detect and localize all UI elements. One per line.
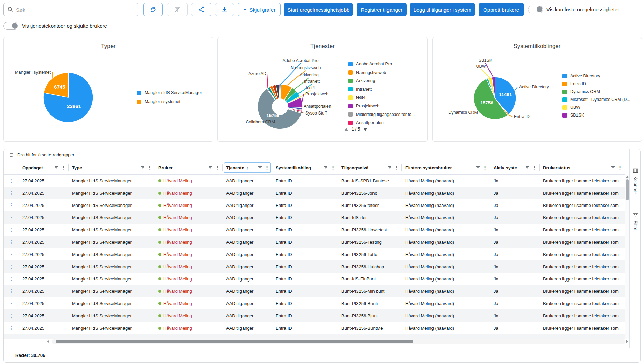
vertical-scrollbar[interactable]	[625, 175, 629, 339]
cell-bruker[interactable]: Håvard Meling	[155, 248, 223, 260]
legend-item[interactable]: Microsoft - Dynamics CRM (D...	[562, 97, 630, 102]
legend-item[interactable]: test4	[348, 95, 365, 100]
row-menu-button[interactable]: ⋮	[4, 175, 19, 187]
show-service-accounts-toggle[interactable]	[3, 22, 18, 30]
legend-page-down-icon[interactable]	[363, 128, 367, 131]
table-row[interactable]: ⋮27.04.2025Mangler i IdS ServiceManagerH…	[4, 199, 625, 211]
column-menu-icon[interactable]: ⋮	[147, 165, 152, 170]
cell-bruker[interactable]: Håvard Meling	[155, 322, 223, 334]
create-users-button[interactable]: Opprett brukere	[479, 3, 524, 16]
table-row[interactable]: ⋮27.04.2025Mangler i IdS ServiceManagerH…	[4, 236, 625, 248]
register-accesses-button[interactable]: Registrer tilganger	[357, 3, 407, 16]
column-menu-icon[interactable]: ⋮	[532, 165, 537, 170]
cell-bruker[interactable]: Håvard Meling	[155, 199, 223, 211]
column-menu-icon[interactable]: ⋮	[61, 165, 66, 170]
table-row[interactable]: ⋮27.04.2025Mangler i IdS ServiceManagerH…	[4, 260, 625, 273]
column-header-oppdaget[interactable]: Oppdaget ⋮	[19, 161, 69, 175]
row-menu-button[interactable]: ⋮	[4, 236, 19, 248]
filter-icon[interactable]	[476, 166, 480, 170]
column-header-aktiv-system[interactable]: Aktiv syste... ⋮	[490, 161, 540, 175]
table-row[interactable]: ⋮27.04.2025Mangler i IdS ServiceManagerH…	[4, 297, 625, 309]
column-header-ekstern-systembruker[interactable]: Ekstern systembruker ⋮	[402, 161, 490, 175]
column-menu-icon[interactable]: ⋮	[331, 165, 335, 170]
table-row[interactable]: ⋮27.04.2025Mangler i IdS ServiceManagerH…	[4, 175, 625, 187]
row-menu-button[interactable]: ⋮	[4, 309, 19, 322]
table-row[interactable]: ⋮27.04.2025Mangler i IdS ServiceManagerH…	[4, 224, 625, 236]
add-accesses-to-system-button[interactable]: Legg til tilganger i system	[410, 3, 475, 16]
cell-bruker[interactable]: Håvard Meling	[155, 211, 223, 224]
legend-page-up-icon[interactable]	[344, 128, 348, 131]
cell-bruker[interactable]: Håvard Meling	[155, 224, 223, 236]
filter-icon[interactable]	[387, 166, 392, 170]
table-row[interactable]: ⋮27.04.2025Mangler i IdS ServiceManagerH…	[4, 248, 625, 260]
row-menu-button[interactable]: ⋮	[4, 260, 19, 273]
filter-icon[interactable]	[141, 166, 145, 170]
refresh-button[interactable]	[143, 3, 163, 16]
horizontal-scrollbar[interactable]	[4, 339, 629, 344]
cell-bruker[interactable]: Håvard Meling	[155, 260, 223, 273]
table-row[interactable]: ⋮27.04.2025Mangler i IdS ServiceManagerH…	[4, 309, 625, 322]
row-menu-button[interactable]: ⋮	[4, 273, 19, 285]
legend-item[interactable]: Active Directory	[562, 73, 600, 79]
column-menu-icon[interactable]: ⋮	[483, 165, 487, 170]
row-menu-button[interactable]: ⋮	[4, 211, 19, 224]
row-group-panel[interactable]: Dra hit for å sette radgrupper	[4, 149, 629, 161]
row-menu-button[interactable]: ⋮	[4, 297, 19, 309]
cell-bruker[interactable]: Håvard Meling	[155, 236, 223, 248]
table-row[interactable]: ⋮27.04.2025Mangler i IdS ServiceManagerH…	[4, 273, 625, 285]
filter-icon[interactable]	[525, 166, 529, 170]
download-button[interactable]	[215, 3, 234, 16]
row-menu-button[interactable]: ⋮	[4, 224, 19, 236]
legend-item[interactable]: Dynamics CRM	[562, 89, 600, 94]
cell-bruker[interactable]: Håvard Meling	[155, 187, 223, 199]
hide-charts-button[interactable]: Skjul grafer	[238, 3, 281, 16]
legend-item[interactable]: Midlertidig tilgangspass for to...	[348, 112, 415, 117]
scroll-right-icon[interactable]	[626, 340, 628, 343]
row-menu-button[interactable]: ⋮	[4, 322, 19, 334]
column-header-brukerstatus[interactable]: Brukerstatus ⋮	[540, 161, 625, 175]
table-row[interactable]: ⋮27.04.2025Mangler i IdS ServiceManagerH…	[4, 285, 625, 297]
legend-item[interactable]: Mangler i IdS ServiceManager	[137, 90, 202, 95]
column-menu-icon[interactable]: ⋮	[265, 165, 269, 170]
legend-item[interactable]: Arkivering	[348, 78, 375, 84]
table-row[interactable]: ⋮27.04.2025Mangler i IdS ServiceManagerH…	[4, 187, 625, 199]
cell-bruker[interactable]: Håvard Meling	[155, 285, 223, 297]
column-header-tilgangsniva[interactable]: Tilgangsnivå ⋮	[338, 161, 402, 175]
column-menu-icon[interactable]: ⋮	[215, 165, 220, 170]
share-button[interactable]	[191, 3, 211, 16]
legend-item[interactable]: UBW	[562, 105, 580, 110]
legend-item[interactable]: Ansattportalen	[348, 120, 384, 125]
cell-bruker[interactable]: Håvard Meling	[155, 297, 223, 309]
legend-item[interactable]: SB1SK	[562, 112, 584, 118]
filter-icon[interactable]	[324, 166, 328, 170]
cell-bruker[interactable]: Håvard Meling	[155, 273, 223, 285]
scroll-left-icon[interactable]	[47, 340, 49, 343]
hscroll-handle[interactable]	[56, 340, 413, 343]
column-menu-icon[interactable]: ⋮	[618, 165, 623, 170]
column-header-type[interactable]: Type ⋮	[69, 161, 155, 175]
column-header-bruker[interactable]: Bruker ⋮	[155, 161, 223, 175]
legend-item[interactable]: Entra ID	[562, 81, 586, 87]
table-row[interactable]: ⋮27.04.2025Mangler i IdS ServiceManagerH…	[4, 322, 625, 334]
column-menu-icon[interactable]: ⋮	[394, 165, 399, 170]
tab-filtre[interactable]: Filtre	[630, 213, 641, 231]
legend-item[interactable]: Næringslivsweb	[348, 70, 386, 75]
search-box[interactable]	[3, 3, 138, 16]
filter-icon[interactable]	[208, 166, 213, 170]
column-header-systemtilkobling[interactable]: Systemtilkobling ⋮	[272, 161, 338, 175]
start-irregularity-job-button[interactable]: Start uregelmessighetsjobb	[284, 3, 353, 16]
column-header-tjeneste[interactable]: Tjeneste ↑ ⋮	[223, 161, 272, 175]
scroll-up-icon[interactable]	[626, 176, 629, 178]
legend-item[interactable]: Mangler i systemet	[137, 99, 180, 104]
row-menu-button[interactable]: ⋮	[4, 248, 19, 260]
filter-icon[interactable]	[258, 166, 262, 170]
tab-kolonner[interactable]: Kolonner	[630, 168, 641, 194]
search-input[interactable]	[16, 7, 135, 13]
legend-item[interactable]: Adobe Acrobat Pro	[348, 61, 392, 67]
table-row[interactable]: ⋮27.04.2025Mangler i IdS ServiceManagerH…	[4, 211, 625, 224]
legend-item[interactable]: Intranett	[348, 87, 372, 92]
cell-bruker[interactable]: Håvard Meling	[155, 309, 223, 322]
vscroll-handle[interactable]	[626, 179, 629, 200]
show-resolved-toggle[interactable]	[528, 6, 543, 13]
row-menu-button[interactable]: ⋮	[4, 187, 19, 199]
